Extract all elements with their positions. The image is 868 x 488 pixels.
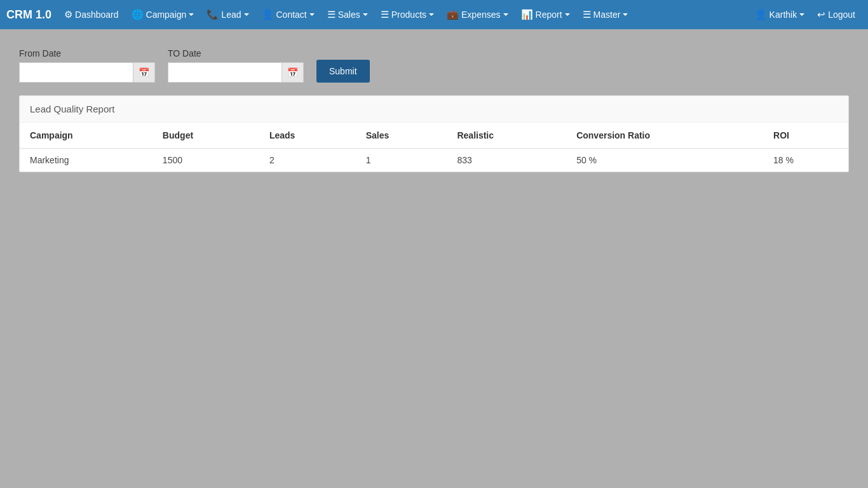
products-icon: ☰ (381, 9, 389, 20)
calendar-icon-2: 📅 (287, 67, 298, 78)
campaign-caret-icon (189, 13, 194, 16)
cell-roi: 18 % (763, 149, 848, 172)
from-date-input-wrapper: 📅 (19, 62, 155, 83)
col-realistic: Realistic (447, 123, 566, 149)
nav-master[interactable]: ☰ Master (576, 0, 635, 29)
cell-conversion-ratio: 50 % (566, 149, 763, 172)
report-title: Lead Quality Report (20, 96, 848, 123)
app-brand: CRM 1.0 (6, 8, 51, 22)
dashboard-icon: ⚙ (64, 9, 72, 20)
from-date-input[interactable] (19, 62, 133, 83)
lead-caret-icon (244, 13, 249, 16)
master-icon: ☰ (583, 9, 591, 20)
nav-sales[interactable]: ☰ Sales (321, 0, 374, 29)
nav-logout[interactable]: ↩ Logout (811, 0, 862, 29)
lead-icon: 📞 (207, 9, 219, 20)
col-campaign: Campaign (20, 123, 153, 149)
nav-logout-label: Logout (828, 10, 855, 20)
nav-report-label: Report (536, 10, 562, 20)
nav-campaign-label: Campaign (146, 10, 187, 20)
nav-products[interactable]: ☰ Products (374, 0, 440, 29)
products-caret-icon (429, 13, 434, 16)
expenses-icon: 💼 (447, 9, 459, 20)
logout-icon: ↩ (817, 9, 825, 20)
col-conversion-ratio: Conversion Ratio (566, 123, 763, 149)
to-date-calendar-button[interactable]: 📅 (282, 62, 304, 83)
to-date-input[interactable] (168, 62, 282, 83)
user-caret-icon (799, 13, 804, 16)
from-date-calendar-button[interactable]: 📅 (133, 62, 155, 83)
nav-right: 👤 Karthik ↩ Logout (749, 0, 862, 29)
cell-sales: 1 (356, 149, 447, 172)
report-table: Campaign Budget Leads Sales Realistic Co… (20, 123, 848, 172)
nav-report[interactable]: 📊 Report (515, 0, 576, 29)
report-icon: 📊 (521, 9, 533, 20)
col-roi: ROI (763, 123, 848, 149)
contact-caret-icon (309, 13, 315, 16)
user-icon: 👤 (755, 9, 767, 20)
navbar: CRM 1.0 ⚙ Dashboard 🌐 Campaign 📞 Lead 👤 … (0, 0, 868, 29)
nav-expenses[interactable]: 💼 Expenses (440, 0, 514, 29)
col-leads: Leads (259, 123, 356, 149)
col-budget: Budget (153, 123, 259, 149)
nav-master-label: Master (593, 10, 621, 20)
sales-caret-icon (363, 13, 368, 16)
campaign-icon: 🌐 (132, 9, 144, 20)
to-date-label: TO Date (168, 48, 304, 58)
to-date-group: TO Date 📅 (168, 48, 304, 83)
col-sales: Sales (356, 123, 447, 149)
nav-dashboard-label: Dashboard (75, 10, 119, 20)
report-card: Lead Quality Report Campaign Budget Lead… (19, 95, 849, 172)
nav-user-label: Karthik (770, 10, 797, 20)
cell-realistic: 833 (447, 149, 566, 172)
report-caret-icon (565, 13, 570, 16)
table-row: Marketing 1500 2 1 833 50 % 18 % (20, 149, 848, 172)
nav-contact-label: Contact (276, 10, 307, 20)
nav-lead-label: Lead (221, 10, 241, 20)
contact-icon: 👤 (262, 9, 274, 20)
calendar-icon: 📅 (139, 67, 149, 78)
nav-campaign[interactable]: 🌐 Campaign (125, 0, 201, 29)
cell-leads: 2 (259, 149, 356, 172)
nav-lead[interactable]: 📞 Lead (200, 0, 255, 29)
cell-campaign: Marketing (20, 149, 153, 172)
nav-expenses-label: Expenses (461, 10, 500, 20)
main-content: From Date 📅 TO Date 📅 Submit Lead Qualit… (0, 29, 868, 191)
to-date-input-wrapper: 📅 (168, 62, 304, 83)
date-filter-form: From Date 📅 TO Date 📅 Submit (13, 48, 855, 83)
report-table-body: Marketing 1500 2 1 833 50 % 18 % (20, 149, 848, 172)
nav-products-label: Products (391, 10, 426, 20)
submit-button[interactable]: Submit (316, 60, 370, 83)
nav-dashboard[interactable]: ⚙ Dashboard (58, 0, 125, 29)
nav-sales-label: Sales (338, 10, 360, 20)
from-date-label: From Date (19, 48, 155, 58)
expenses-caret-icon (503, 13, 508, 16)
nav-user[interactable]: 👤 Karthik (749, 0, 811, 29)
sales-icon: ☰ (327, 9, 336, 20)
master-caret-icon (623, 13, 628, 16)
nav-contact[interactable]: 👤 Contact (255, 0, 321, 29)
report-table-header: Campaign Budget Leads Sales Realistic Co… (20, 123, 848, 149)
from-date-group: From Date 📅 (19, 48, 155, 83)
cell-budget: 1500 (153, 149, 259, 172)
report-header-row: Campaign Budget Leads Sales Realistic Co… (20, 123, 848, 149)
